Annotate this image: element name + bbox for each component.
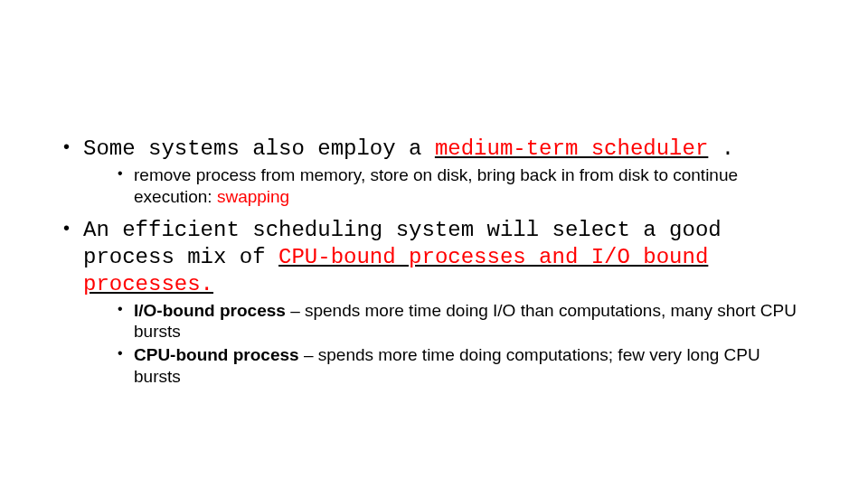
sub-list: I/O-bound process – spends more time doi… (83, 300, 805, 388)
bold-term: I/O-bound process (134, 301, 286, 320)
emphasis: swapping (217, 187, 289, 206)
sub-bullet: remove process from memory, store on dis… (118, 164, 805, 208)
bold-term: CPU-bound process (134, 345, 299, 364)
bullet-1: Some systems also employ a medium-term s… (63, 136, 805, 208)
emphasis: medium-term scheduler (435, 136, 708, 161)
text: . (708, 136, 734, 161)
text: Some systems also employ a (83, 136, 435, 161)
sub-bullet: CPU-bound process – spends more time doi… (118, 344, 805, 388)
bullet-list: Some systems also employ a medium-term s… (63, 136, 805, 388)
sub-bullet: I/O-bound process – spends more time doi… (118, 300, 805, 343)
bullet-2: An efficient scheduling system will sele… (63, 217, 805, 388)
sub-list: remove process from memory, store on dis… (83, 164, 805, 208)
slide: Some systems also employ a medium-term s… (0, 0, 868, 488)
